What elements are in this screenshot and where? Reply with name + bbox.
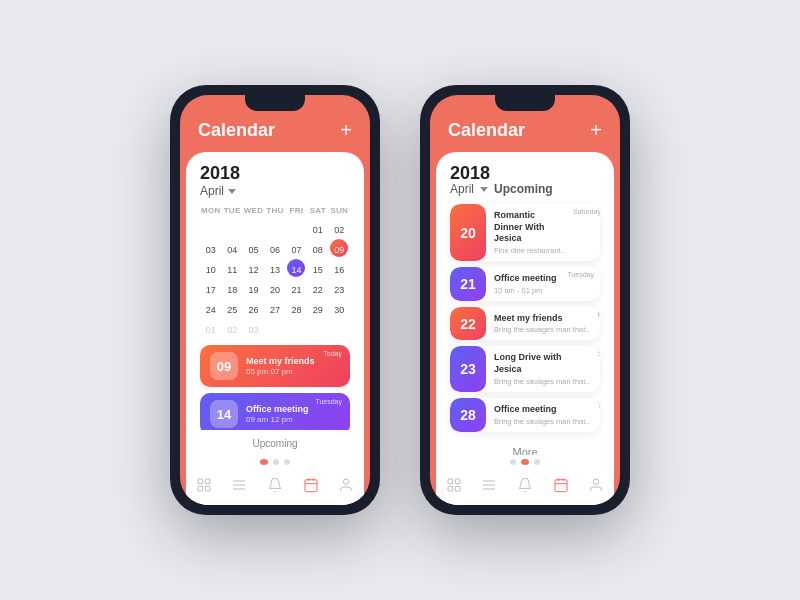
svg-rect-0 <box>198 479 203 484</box>
day-cell[interactable]: 20 <box>264 279 285 297</box>
day-cell[interactable]: 18 <box>221 279 242 297</box>
day-cell[interactable]: 03 <box>200 239 221 257</box>
svg-rect-2 <box>198 486 203 491</box>
day-cell-today[interactable]: 09 <box>329 239 350 257</box>
day-cell[interactable]: 16 <box>329 259 350 277</box>
day-cell <box>264 319 285 337</box>
upcoming-event-1[interactable]: 20 Romantic Dinner With Jesica Fine dine… <box>450 204 600 261</box>
dot-1[interactable] <box>260 459 268 465</box>
nav-grid-icon[interactable] <box>194 475 214 495</box>
phone1-card: 2018 April MON TUE WED THU FRI SAT SUN <box>186 152 364 505</box>
day-cell[interactable]: 15 <box>307 259 328 277</box>
day-cell[interactable]: 24 <box>200 299 221 317</box>
day-cell[interactable]: 28 <box>286 299 307 317</box>
day-cell[interactable]: 21 <box>286 279 307 297</box>
day-cell[interactable]: 01 <box>307 219 328 237</box>
dot-3[interactable] <box>284 459 290 465</box>
day-cell[interactable]: 22 <box>307 279 328 297</box>
day-cell[interactable] <box>264 219 285 237</box>
dot2-1[interactable] <box>510 459 516 465</box>
phone1-month: April <box>200 184 224 198</box>
day-cell[interactable]: 26 <box>243 299 264 317</box>
day-cell[interactable]: 25 <box>221 299 242 317</box>
event-card-1[interactable]: 09 Meet my friends 05 pm 07 pm Today <box>200 345 350 387</box>
day-cell[interactable]: 01 <box>200 319 221 337</box>
day-cell[interactable]: 23 <box>329 279 350 297</box>
phone-1: Calendar + 2018 April MON TUE WED THU <box>170 85 380 515</box>
event-info: Office meeting 09 am 12 pm <box>246 404 340 425</box>
bottom-nav-2 <box>436 469 614 505</box>
day-cell[interactable]: 11 <box>221 259 242 277</box>
dot2-2[interactable] <box>521 459 529 465</box>
nav-bell-icon[interactable] <box>265 475 285 495</box>
event-body: Office meeting Bring the savages man tha… <box>486 398 597 432</box>
day-cell[interactable] <box>286 219 307 237</box>
event-body: Romantic Dinner With Jesica Fine dine re… <box>486 204 573 261</box>
upcoming-event-4[interactable]: 23 Long Drive with Jesica Bring the sava… <box>450 346 600 391</box>
day-cell[interactable]: 05 <box>243 239 264 257</box>
day-cell[interactable]: 02 <box>221 319 242 337</box>
day-cell[interactable]: 03 <box>243 319 264 337</box>
phone1-add-button[interactable]: + <box>340 119 352 142</box>
nav2-person-icon[interactable] <box>586 475 606 495</box>
day-cell[interactable]: 17 <box>200 279 221 297</box>
nav-person-icon[interactable] <box>336 475 356 495</box>
day-cell[interactable] <box>221 219 242 237</box>
day-cell[interactable]: 10 <box>200 259 221 277</box>
upcoming-event-3[interactable]: 22 Meet my friends Bring the savages man… <box>450 307 600 341</box>
day-headers: MON TUE WED THU FRI SAT SUN <box>200 206 350 215</box>
phone2-add-button[interactable]: + <box>590 119 602 142</box>
day-cell[interactable]: 07 <box>286 239 307 257</box>
more-button[interactable]: More <box>450 438 600 456</box>
day-cell[interactable]: 04 <box>221 239 242 257</box>
phone2-card: 2018 April Upcoming 20 Romantic Dinner W… <box>436 152 614 505</box>
ev-title: Long Drive with Jesica <box>494 352 589 375</box>
month2-dropdown-icon[interactable] <box>480 187 488 192</box>
day-cell[interactable]: 29 <box>307 299 328 317</box>
day-cell[interactable] <box>200 219 221 237</box>
svg-rect-19 <box>555 480 567 492</box>
ev-day: Sunday <box>597 346 600 391</box>
event-date-num: 28 <box>460 407 476 423</box>
dot-2[interactable] <box>273 459 279 465</box>
day-cell-selected[interactable]: 14 <box>286 259 307 277</box>
svg-rect-3 <box>205 486 210 491</box>
day-cell[interactable]: 30 <box>329 299 350 317</box>
event-date-block: 23 <box>450 346 486 391</box>
day-cell[interactable]: 02 <box>329 219 350 237</box>
month-dropdown-icon[interactable] <box>228 189 236 194</box>
nav2-calendar-icon[interactable] <box>551 475 571 495</box>
nav2-list-icon[interactable] <box>479 475 499 495</box>
day-cell[interactable]: 08 <box>307 239 328 257</box>
event-date-num: 23 <box>460 361 476 377</box>
phone1-upcoming-label: Upcoming <box>186 430 364 455</box>
page-dots <box>186 455 364 469</box>
nav2-bell-icon[interactable] <box>515 475 535 495</box>
day-cell[interactable]: 27 <box>264 299 285 317</box>
upcoming-event-2[interactable]: 21 Office meeting 10 am - 01 pm Tuesday <box>450 267 600 301</box>
event-date-block: 21 <box>450 267 486 301</box>
event-date-block: 22 <box>450 307 486 341</box>
event-card-2[interactable]: 14 Office meeting 09 am 12 pm Tuesday <box>200 393 350 430</box>
phone1-title: Calendar <box>198 120 275 141</box>
day-cell[interactable]: 06 <box>264 239 285 257</box>
ev-day: Monday <box>597 307 600 341</box>
svg-rect-15 <box>455 486 460 491</box>
nav2-grid-icon[interactable] <box>444 475 464 495</box>
day-cell[interactable]: 12 <box>243 259 264 277</box>
ev-title: Meet my friends <box>494 313 589 325</box>
nav-calendar-icon[interactable] <box>301 475 321 495</box>
phone2-upcoming-title: Upcoming <box>494 182 553 196</box>
dot2-3[interactable] <box>534 459 540 465</box>
day-cell[interactable]: 19 <box>243 279 264 297</box>
event-tag: Tuesday <box>315 398 342 405</box>
day-cell[interactable] <box>243 219 264 237</box>
event-date-num: 20 <box>460 225 476 241</box>
upcoming-event-5[interactable]: 28 Office meeting Bring the savages man … <box>450 398 600 432</box>
upcoming-events-list: 20 Romantic Dinner With Jesica Fine dine… <box>450 204 600 438</box>
ev-day: Saturday <box>573 204 600 261</box>
svg-rect-14 <box>448 486 453 491</box>
day-cell[interactable]: 13 <box>264 259 285 277</box>
ev-sub: Fine dine restaurant.. <box>494 246 565 255</box>
nav-list-icon[interactable] <box>229 475 249 495</box>
